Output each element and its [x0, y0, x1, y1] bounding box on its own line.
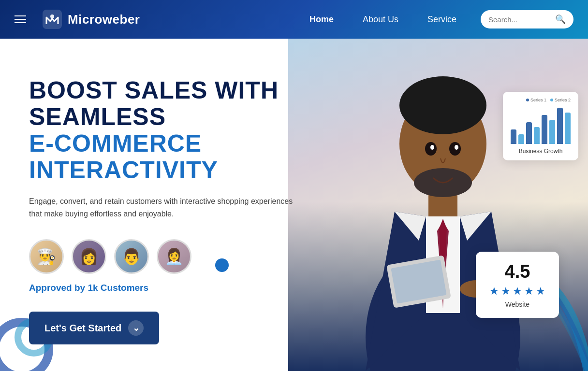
star-4: ★ — [524, 285, 534, 298]
legend-label-1: Series 1 — [530, 98, 546, 102]
hero-subtitle: Engage, convert, and retain customers wi… — [29, 195, 300, 220]
rating-label: Website — [489, 300, 545, 308]
nav-links: Home About Us Service — [309, 14, 456, 25]
hero-content: BOOST SALES WITH SEAMLESS E-COMMERCE INT… — [29, 77, 348, 344]
chart-bar-2 — [518, 134, 524, 144]
star-2: ★ — [501, 285, 511, 298]
cta-label: Let's Get Started — [44, 323, 121, 334]
growth-card: Series 1 Series 2 Business Growth — [503, 92, 578, 160]
svg-point-20 — [430, 145, 434, 150]
star-1: ★ — [489, 285, 499, 298]
avatar-row: 👨‍🍳 👩 👨 👩‍💼 — [29, 239, 348, 274]
star-3: ★ — [513, 285, 522, 298]
svg-point-6 — [399, 76, 486, 134]
search-icon: 🔍 — [555, 14, 566, 25]
avatar-3: 👨 — [114, 239, 149, 274]
avatar-icon-3: 👨 — [122, 249, 141, 264]
hero-section: Series 1 Series 2 Business Growth 4.5 ★ … — [0, 39, 588, 371]
avatar-1: 👨‍🍳 — [29, 239, 64, 274]
rating-score: 4.5 — [489, 261, 545, 282]
logo-text: Microweber — [68, 12, 140, 27]
hero-title-line1: BOOST SALES WITH SEAMLESS — [29, 77, 348, 130]
chart-bar-7 — [557, 108, 563, 144]
chart-legend: Series 1 Series 2 — [511, 98, 571, 102]
chart-bar-5 — [542, 115, 547, 144]
svg-point-1 — [50, 14, 54, 18]
legend-item-2: Series 2 — [550, 98, 571, 102]
chart-bar-1 — [511, 129, 516, 144]
chart-bar-8 — [565, 113, 571, 144]
growth-label: Business Growth — [511, 148, 571, 155]
legend-dot-2 — [550, 99, 553, 101]
legend-label-2: Series 2 — [555, 98, 571, 102]
chart-bar-3 — [526, 122, 532, 144]
chart-bar-6 — [549, 120, 555, 144]
legend-item-1: Series 1 — [526, 98, 546, 102]
navbar: Microweber Home About Us Service 🔍 — [0, 0, 588, 39]
nav-link-home[interactable]: Home — [309, 14, 334, 25]
star-5: ★ — [536, 285, 545, 298]
cta-button[interactable]: Let's Get Started ⌄ — [29, 312, 159, 344]
nav-link-service[interactable]: Service — [427, 14, 456, 25]
logo-icon — [41, 8, 64, 31]
chart-bar-4 — [534, 127, 540, 144]
avatar-4: 👩‍💼 — [157, 239, 191, 274]
rating-card: 4.5 ★ ★ ★ ★ ★ Website — [476, 252, 559, 318]
rating-stars: ★ ★ ★ ★ ★ — [489, 285, 545, 298]
hero-title-line2: E-COMMERCE INTERACTIVITY — [29, 130, 348, 184]
search-bar[interactable]: 🔍 — [481, 10, 573, 29]
approved-text: Approved by 1k Customers — [29, 283, 348, 293]
avatar-icon-2: 👩 — [79, 249, 99, 264]
avatar-icon-1: 👨‍🍳 — [37, 249, 56, 264]
avatar-2: 👩 — [72, 239, 106, 274]
svg-point-21 — [455, 145, 458, 150]
logo[interactable]: Microweber — [41, 8, 140, 31]
chevron-down-icon: ⌄ — [128, 320, 144, 336]
growth-chart — [511, 105, 571, 144]
hamburger-menu[interactable] — [15, 15, 26, 23]
avatar-icon-4: 👩‍💼 — [164, 249, 184, 264]
legend-dot-1 — [526, 99, 529, 101]
search-input[interactable] — [488, 15, 551, 24]
nav-link-about[interactable]: About Us — [363, 14, 398, 25]
